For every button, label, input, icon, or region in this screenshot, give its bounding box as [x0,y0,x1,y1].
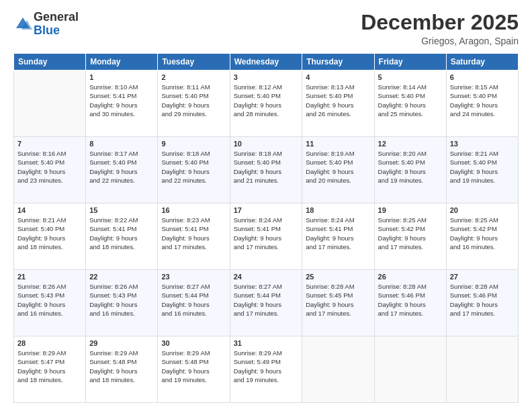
col-monday: Monday [86,54,158,71]
day-number: 7 [17,140,82,148]
table-row: 4Sunrise: 8:13 AMSunset: 5:40 PMDaylight… [302,71,374,137]
day-number: 2 [161,73,226,81]
table-row [446,336,518,403]
table-row: 20Sunrise: 8:25 AMSunset: 5:42 PMDayligh… [446,203,518,270]
logo: General Blue [13,11,79,38]
logo-blue: Blue [34,24,60,37]
table-row: 21Sunrise: 8:26 AMSunset: 5:43 PMDayligh… [14,270,86,336]
day-number: 6 [450,73,515,81]
day-number: 15 [89,206,154,214]
table-row [302,336,374,403]
day-info: Sunrise: 8:21 AMSunset: 5:40 PMDaylight:… [450,149,515,185]
day-info: Sunrise: 8:25 AMSunset: 5:42 PMDaylight:… [450,216,515,251]
day-number: 10 [234,140,299,148]
table-row: 18Sunrise: 8:24 AMSunset: 5:41 PMDayligh… [302,203,374,270]
table-row: 9Sunrise: 8:18 AMSunset: 5:40 PMDaylight… [158,137,230,203]
day-number: 28 [17,339,82,347]
table-row: 16Sunrise: 8:23 AMSunset: 5:41 PMDayligh… [158,203,230,270]
col-friday: Friday [374,54,446,71]
page: General Blue December 2025 Griegos, Arag… [0,0,532,411]
table-row: 28Sunrise: 8:29 AMSunset: 5:47 PMDayligh… [14,336,86,403]
calendar-week-row: 28Sunrise: 8:29 AMSunset: 5:47 PMDayligh… [14,336,519,403]
day-info: Sunrise: 8:18 AMSunset: 5:40 PMDaylight:… [161,149,226,185]
table-row: 1Sunrise: 8:10 AMSunset: 5:41 PMDaylight… [86,71,158,137]
table-row: 14Sunrise: 8:21 AMSunset: 5:40 PMDayligh… [14,203,86,270]
day-info: Sunrise: 8:10 AMSunset: 5:41 PMDaylight:… [89,83,154,118]
day-number: 3 [234,73,299,81]
col-tuesday: Tuesday [158,54,230,71]
day-info: Sunrise: 8:15 AMSunset: 5:40 PMDaylight:… [450,83,515,118]
day-number: 22 [89,273,154,281]
day-info: Sunrise: 8:27 AMSunset: 5:44 PMDaylight:… [161,282,226,318]
table-row: 3Sunrise: 8:12 AMSunset: 5:40 PMDaylight… [230,71,302,137]
day-info: Sunrise: 8:22 AMSunset: 5:41 PMDaylight:… [89,216,154,251]
table-row: 8Sunrise: 8:17 AMSunset: 5:40 PMDaylight… [86,137,158,203]
day-info: Sunrise: 8:27 AMSunset: 5:44 PMDaylight:… [234,282,299,318]
table-row: 2Sunrise: 8:11 AMSunset: 5:40 PMDaylight… [158,71,230,137]
day-info: Sunrise: 8:17 AMSunset: 5:40 PMDaylight:… [89,149,154,185]
col-saturday: Saturday [446,54,518,71]
table-row: 11Sunrise: 8:19 AMSunset: 5:40 PMDayligh… [302,137,374,203]
day-info: Sunrise: 8:11 AMSunset: 5:40 PMDaylight:… [161,83,226,118]
day-info: Sunrise: 8:29 AMSunset: 5:48 PMDaylight:… [89,349,154,384]
day-info: Sunrise: 8:29 AMSunset: 5:47 PMDaylight:… [17,349,82,384]
table-row: 19Sunrise: 8:25 AMSunset: 5:42 PMDayligh… [374,203,446,270]
day-number: 9 [161,140,226,148]
table-row: 24Sunrise: 8:27 AMSunset: 5:44 PMDayligh… [230,270,302,336]
day-info: Sunrise: 8:28 AMSunset: 5:45 PMDaylight:… [306,282,370,318]
day-number: 19 [378,206,443,214]
day-number: 23 [161,273,226,281]
logo-icon [13,15,32,34]
table-row: 10Sunrise: 8:18 AMSunset: 5:40 PMDayligh… [230,137,302,203]
day-info: Sunrise: 8:23 AMSunset: 5:41 PMDaylight:… [161,216,226,251]
calendar-week-row: 21Sunrise: 8:26 AMSunset: 5:43 PMDayligh… [14,270,519,336]
day-number: 1 [89,73,154,81]
table-row: 30Sunrise: 8:29 AMSunset: 5:48 PMDayligh… [158,336,230,403]
table-row: 29Sunrise: 8:29 AMSunset: 5:48 PMDayligh… [86,336,158,403]
day-number: 27 [450,273,515,281]
table-row: 31Sunrise: 8:29 AMSunset: 5:49 PMDayligh… [230,336,302,403]
day-info: Sunrise: 8:16 AMSunset: 5:40 PMDaylight:… [17,149,82,185]
day-info: Sunrise: 8:12 AMSunset: 5:40 PMDaylight:… [234,83,299,118]
calendar-week-row: 14Sunrise: 8:21 AMSunset: 5:40 PMDayligh… [14,203,519,270]
day-info: Sunrise: 8:21 AMSunset: 5:40 PMDaylight:… [17,216,82,251]
day-info: Sunrise: 8:28 AMSunset: 5:46 PMDaylight:… [378,282,443,318]
table-row [14,71,86,137]
header: General Blue December 2025 Griegos, Arag… [13,11,519,46]
col-wednesday: Wednesday [230,54,302,71]
table-row: 22Sunrise: 8:26 AMSunset: 5:43 PMDayligh… [86,270,158,336]
day-info: Sunrise: 8:24 AMSunset: 5:41 PMDaylight:… [306,216,370,251]
table-row: 27Sunrise: 8:28 AMSunset: 5:46 PMDayligh… [446,270,518,336]
day-number: 5 [378,73,443,81]
table-row: 12Sunrise: 8:20 AMSunset: 5:40 PMDayligh… [374,137,446,203]
day-info: Sunrise: 8:26 AMSunset: 5:43 PMDaylight:… [17,282,82,318]
table-row: 17Sunrise: 8:24 AMSunset: 5:41 PMDayligh… [230,203,302,270]
day-number: 12 [378,140,443,148]
day-number: 14 [17,206,82,214]
day-info: Sunrise: 8:29 AMSunset: 5:49 PMDaylight:… [234,349,299,384]
day-number: 29 [89,339,154,347]
month-year: December 2025 [361,11,519,34]
day-number: 26 [378,273,443,281]
col-thursday: Thursday [302,54,374,71]
logo-general: General [34,10,79,24]
day-number: 17 [234,206,299,214]
table-row: 26Sunrise: 8:28 AMSunset: 5:46 PMDayligh… [374,270,446,336]
day-number: 13 [450,140,515,148]
table-row: 23Sunrise: 8:27 AMSunset: 5:44 PMDayligh… [158,270,230,336]
day-number: 8 [89,140,154,148]
day-info: Sunrise: 8:18 AMSunset: 5:40 PMDaylight:… [234,149,299,185]
day-info: Sunrise: 8:29 AMSunset: 5:48 PMDaylight:… [161,349,226,384]
day-info: Sunrise: 8:19 AMSunset: 5:40 PMDaylight:… [306,149,370,185]
day-number: 16 [161,206,226,214]
calendar: Sunday Monday Tuesday Wednesday Thursday… [13,53,519,403]
table-row: 7Sunrise: 8:16 AMSunset: 5:40 PMDaylight… [14,137,86,203]
calendar-week-row: 1Sunrise: 8:10 AMSunset: 5:41 PMDaylight… [14,71,519,137]
day-number: 24 [234,273,299,281]
day-number: 20 [450,206,515,214]
day-info: Sunrise: 8:13 AMSunset: 5:40 PMDaylight:… [306,83,370,118]
col-sunday: Sunday [14,54,86,71]
table-row: 6Sunrise: 8:15 AMSunset: 5:40 PMDaylight… [446,71,518,137]
table-row: 13Sunrise: 8:21 AMSunset: 5:40 PMDayligh… [446,137,518,203]
day-number: 30 [161,339,226,347]
